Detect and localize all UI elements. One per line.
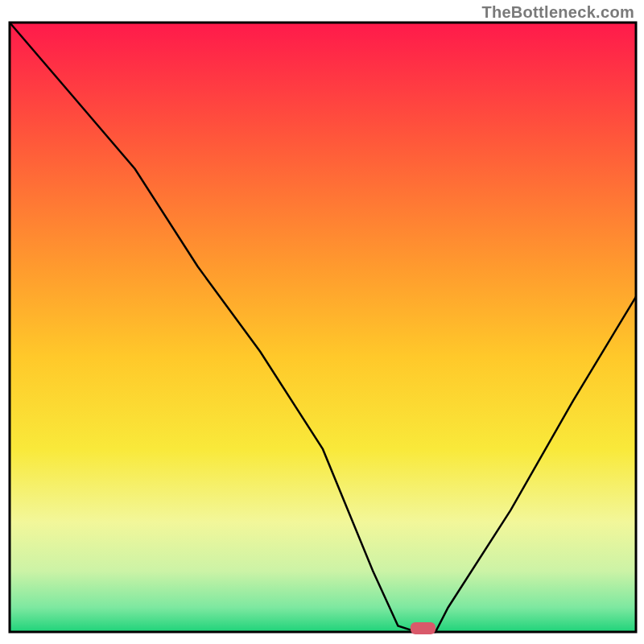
gradient-background <box>10 23 636 632</box>
chart-container: TheBottleneck.com <box>0 0 644 644</box>
bottleneck-chart <box>0 0 644 644</box>
optimal-marker <box>411 622 436 634</box>
